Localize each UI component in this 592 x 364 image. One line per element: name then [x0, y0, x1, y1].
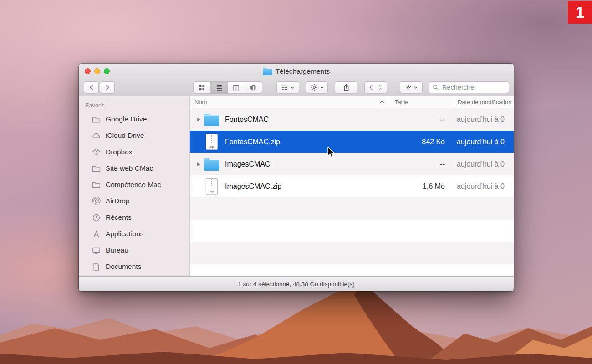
- sidebar-items: Google Drive iCloud Drive Dropbox Site w…: [79, 111, 189, 275]
- airdrop-icon: [92, 197, 101, 206]
- finder-window: Téléchargements: [79, 64, 514, 291]
- file-date: aujourd’hui à 0: [453, 160, 514, 168]
- file-name: FontesCMAC: [225, 116, 269, 124]
- sidebar-item-recents[interactable]: Récents: [79, 209, 189, 226]
- empty-row: [190, 242, 514, 264]
- empty-row: [190, 264, 514, 276]
- sort-ascending-icon: [379, 101, 384, 104]
- file-size: --: [389, 160, 453, 168]
- tags-button[interactable]: [364, 81, 387, 93]
- dropbox-icon: [92, 147, 101, 157]
- grid-view-icon: [199, 84, 205, 91]
- column-header-name[interactable]: Nom: [190, 96, 389, 108]
- column-view-button[interactable]: [228, 82, 245, 93]
- file-name: ImagesCMAC.zip: [225, 182, 281, 191]
- file-row-imagescmac[interactable]: ImagesCMAC -- aujourd’hui à 0: [190, 153, 514, 175]
- coverflow-view-button[interactable]: [245, 82, 262, 93]
- empty-row: [190, 197, 514, 220]
- file-name: FontesCMAC.zip: [225, 138, 280, 146]
- sidebar-item-google-drive[interactable]: Google Drive: [79, 111, 189, 127]
- arrange-icon: [281, 84, 288, 91]
- file-row-fontescmac-zip[interactable]: FontesCMAC.zip 842 Ko aujourd’hui à 0: [190, 131, 514, 153]
- sidebar-item-airdrop[interactable]: AirDrop: [79, 193, 189, 209]
- column-header-name-label: Nom: [194, 99, 207, 106]
- sidebar-heading: Favoris: [79, 102, 189, 109]
- column-header-size[interactable]: Taille: [389, 96, 453, 108]
- folder-icon: [92, 180, 101, 190]
- chevron-left-icon: [89, 84, 94, 91]
- file-size: 842 Ko: [389, 138, 453, 146]
- file-date: aujourd’hui à 0: [453, 116, 514, 124]
- file-name: ImagesCMAC: [225, 160, 270, 168]
- document-icon: [92, 262, 101, 272]
- file-date: aujourd’hui à 0: [453, 138, 514, 146]
- sidebar-item-competence-mac[interactable]: Compétence Mac: [79, 177, 189, 193]
- sidebar: Favoris Google Drive iCloud Drive Dropbo…: [79, 96, 190, 276]
- disclosure-triangle[interactable]: [194, 162, 203, 166]
- list-header: Nom Taille Date de modification: [190, 96, 514, 108]
- zip-icon: [203, 132, 221, 152]
- search-input[interactable]: [441, 83, 505, 91]
- column-view-icon: [233, 84, 240, 91]
- chevron-right-icon: [105, 84, 110, 91]
- window-chrome: Téléchargements: [79, 64, 514, 97]
- view-switcher: [193, 81, 262, 93]
- forward-button[interactable]: [100, 81, 115, 93]
- share-button[interactable]: [335, 81, 357, 93]
- file-date: aujourd’hui à 0: [453, 182, 514, 191]
- applications-icon: [92, 229, 101, 239]
- tag-icon: [370, 85, 381, 90]
- file-size: 1,6 Mo: [389, 182, 453, 191]
- sidebar-item-documents[interactable]: Documents: [79, 258, 189, 275]
- back-button[interactable]: [84, 81, 99, 93]
- mountains-graphic: [0, 284, 592, 364]
- sidebar-item-applications[interactable]: Applications: [79, 226, 189, 242]
- desktop-icon: [92, 246, 101, 255]
- file-list: Nom Taille Date de modification FontesCM…: [190, 96, 514, 276]
- sidebar-item-icloud-drive[interactable]: iCloud Drive: [79, 127, 189, 144]
- folder-icon: [92, 164, 101, 173]
- mouse-cursor: [327, 147, 337, 158]
- sidebar-item-site-web-cmac[interactable]: Site web CMac: [79, 160, 189, 177]
- status-bar: 1 sur 4 sélectionné, 48,38 Go disponible…: [79, 276, 514, 291]
- icon-view-button[interactable]: [194, 82, 210, 93]
- list-view-button[interactable]: [210, 82, 228, 93]
- search-icon: [433, 84, 439, 91]
- search-field[interactable]: [429, 81, 509, 93]
- folder-icon: [92, 115, 101, 124]
- empty-row: [190, 220, 514, 242]
- list-view-icon: [216, 84, 223, 91]
- arrange-button[interactable]: [276, 81, 299, 93]
- sidebar-item-dropbox[interactable]: Dropbox: [79, 144, 189, 160]
- dropbox-menu-button[interactable]: [400, 81, 423, 93]
- file-rows: FontesCMAC -- aujourd’hui à 0 FontesCMAC…: [190, 108, 514, 276]
- action-menu-button[interactable]: [306, 81, 328, 93]
- share-icon: [342, 84, 350, 91]
- folder-icon: [203, 155, 221, 174]
- clock-icon: [92, 213, 101, 222]
- file-size: --: [389, 116, 453, 124]
- sidebar-item-bureau[interactable]: Bureau: [79, 242, 189, 258]
- file-row-imagescmac-zip[interactable]: ImagesCMAC.zip 1,6 Mo aujourd’hui à 0: [190, 175, 514, 197]
- chevron-down-icon: [291, 86, 294, 89]
- dropbox-icon: [405, 84, 412, 91]
- gear-icon: [311, 84, 318, 91]
- window-title: Téléchargements: [79, 67, 514, 76]
- cloud-icon: [92, 131, 101, 141]
- folder-icon: [203, 110, 221, 129]
- window-content: Favoris Google Drive iCloud Drive Dropbo…: [79, 96, 514, 276]
- window-title-text: Téléchargements: [276, 67, 330, 76]
- column-header-date[interactable]: Date de modification: [453, 96, 514, 108]
- folder-icon: [263, 68, 272, 75]
- coverflow-view-icon: [250, 84, 257, 91]
- zip-icon: [203, 177, 221, 196]
- disclosure-triangle[interactable]: [194, 118, 203, 121]
- chevron-down-icon: [414, 86, 418, 89]
- file-row-fontescmac[interactable]: FontesCMAC -- aujourd’hui à 0: [190, 108, 514, 131]
- toolbar: [79, 80, 514, 95]
- step-badge: 1: [568, 1, 592, 24]
- chevron-down-icon: [320, 86, 324, 89]
